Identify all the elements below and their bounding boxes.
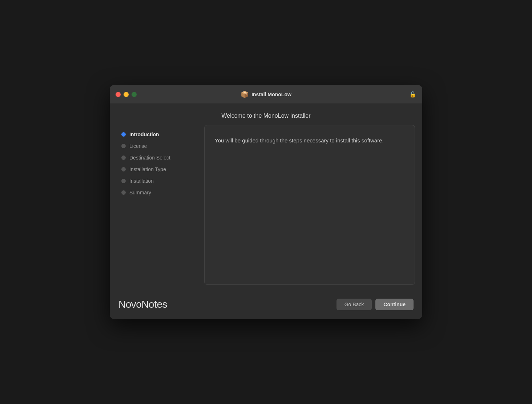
main-content: Introduction License Destination Select … xyxy=(110,125,422,292)
sidebar-item-installation[interactable]: Installation xyxy=(117,175,204,187)
window-controls xyxy=(116,92,137,97)
sidebar-label-introduction: Introduction xyxy=(129,132,159,137)
minimize-button[interactable] xyxy=(124,92,129,97)
titlebar-icon: 📦 xyxy=(241,90,249,98)
content-panel: You will be guided through the steps nec… xyxy=(204,125,415,285)
close-button[interactable] xyxy=(116,92,121,97)
installer-window: 📦 Install MonoLow 🔒 Welcome to the MonoL… xyxy=(110,85,422,319)
sidebar-label-installation: Installation xyxy=(129,178,154,184)
titlebar-title: 📦 Install MonoLow xyxy=(241,90,291,98)
maximize-button[interactable] xyxy=(132,92,137,97)
button-group: Go Back Continue xyxy=(336,299,414,310)
content-text: You will be guided through the steps nec… xyxy=(215,136,404,145)
sidebar-dot-summary xyxy=(121,190,126,195)
bottom-bar: NovoNotes Go Back Continue xyxy=(110,292,422,319)
sidebar-dot-destination xyxy=(121,155,126,160)
sidebar-dot-installation-type xyxy=(121,167,126,171)
sidebar-item-license[interactable]: License xyxy=(117,140,204,152)
sidebar: Introduction License Destination Select … xyxy=(117,125,204,285)
sidebar-dot-introduction xyxy=(121,132,126,137)
sidebar-label-installation-type: Installation Type xyxy=(129,166,166,172)
sidebar-label-summary: Summary xyxy=(129,190,151,195)
titlebar: 📦 Install MonoLow 🔒 xyxy=(110,85,422,104)
content-area: Welcome to the MonoLow Installer Introdu… xyxy=(110,104,422,319)
sidebar-dot-license xyxy=(121,144,126,148)
sidebar-label-license: License xyxy=(129,143,147,149)
sidebar-item-summary[interactable]: Summary xyxy=(117,187,204,198)
sidebar-label-destination: Destination Select xyxy=(129,155,170,161)
go-back-button[interactable]: Go Back xyxy=(336,299,372,310)
continue-button[interactable]: Continue xyxy=(375,299,414,310)
sidebar-item-installation-type[interactable]: Installation Type xyxy=(117,163,204,175)
page-title: Welcome to the MonoLow Installer xyxy=(110,104,422,125)
titlebar-text: Install MonoLow xyxy=(251,92,291,97)
sidebar-item-destination[interactable]: Destination Select xyxy=(117,152,204,163)
sidebar-item-introduction[interactable]: Introduction xyxy=(117,129,204,140)
lock-icon: 🔒 xyxy=(409,91,416,98)
brand-name: NovoNotes xyxy=(118,299,167,310)
sidebar-dot-installation xyxy=(121,179,126,183)
